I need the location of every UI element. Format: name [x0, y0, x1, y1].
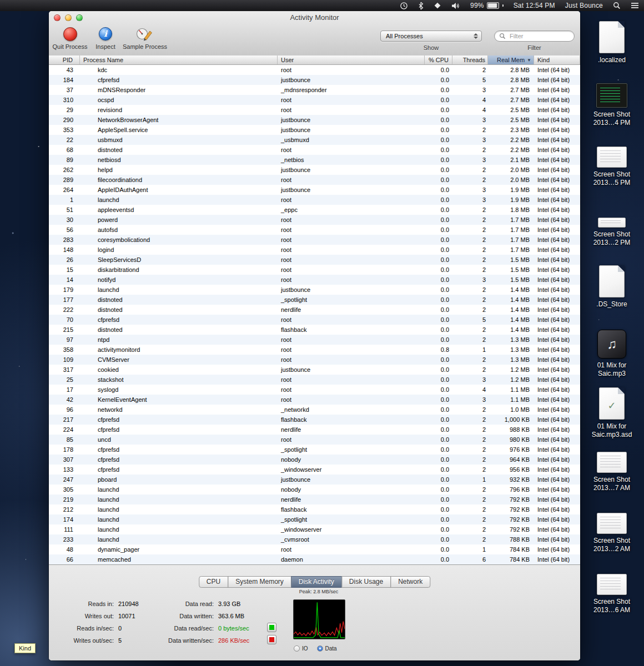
table-row[interactable]: 56autofsdroot0.021.7 MBIntel (64 bit) [49, 225, 580, 235]
table-row[interactable]: 25stackshotroot0.031.2 MBIntel (64 bit) [49, 375, 580, 385]
table-row[interactable]: 179launchdjustbounce0.021.4 MBIntel (64 … [49, 285, 580, 295]
volume-icon[interactable] [451, 2, 460, 9]
table-row[interactable]: 219launchdnerdlife0.02792 KBIntel (64 bi… [49, 495, 580, 504]
inspect-button[interactable]: i Inspect [92, 26, 119, 50]
table-row[interactable]: 89netbiosd_netbios0.032.1 MBIntel (64 bi… [49, 155, 580, 165]
table-row[interactable]: 262helpdjustbounce0.022.0 MBIntel (64 bi… [49, 165, 580, 175]
table-row[interactable]: 51appleeventsd_eppc0.021.8 MBIntel (64 b… [49, 205, 580, 215]
table-row[interactable]: 177distnoted_spotlight0.021.4 MBIntel (6… [49, 295, 580, 305]
quit-process-button[interactable]: Quit Process [52, 26, 88, 50]
cell-real-mem: 932 KB [488, 475, 534, 485]
column-header-pid[interactable]: PID [49, 56, 80, 64]
cell-kind: Intel (64 bit) [534, 205, 580, 215]
battery-menu[interactable]: 99% [470, 2, 504, 9]
desktop-icon-mix-for-saic-mp3[interactable]: 01 Mix forSaic.mp3 [587, 330, 637, 378]
table-row[interactable]: 305launchdnobody0.02796 KBIntel (64 bit) [49, 485, 580, 495]
column-header-kind[interactable]: Kind [534, 56, 580, 64]
sample-process-button[interactable]: Sample Process [121, 26, 169, 50]
table-row[interactable]: 133cfprefsd_windowserver0.02956 KBIntel … [49, 465, 580, 475]
radio-data[interactable]: Data [317, 645, 337, 652]
table-row[interactable]: 26SleepServicesDroot0.021.5 MBIntel (64 … [49, 255, 580, 265]
table-row[interactable]: 109CVMServerroot0.021.3 MBIntel (64 bit) [49, 355, 580, 365]
tab-network[interactable]: Network [390, 576, 430, 588]
close-button[interactable] [54, 14, 61, 21]
table-row[interactable]: 184cfprefsdjustbounce0.052.8 MBIntel (64… [49, 75, 580, 85]
table-row[interactable]: 1launchdroot0.031.9 MBIntel (64 bit) [49, 195, 580, 205]
column-header-real-mem[interactable]: Real Mem▼ [488, 56, 534, 64]
table-row[interactable]: 224cfprefsdnerdlife0.02988 KBIntel (64 b… [49, 425, 580, 435]
table-row[interactable]: 289filecoordinationdroot0.022.0 MBIntel … [49, 175, 580, 185]
desktop-icon-ds-store[interactable]: .DS_Store [587, 265, 637, 309]
table-row[interactable]: 215distnotedflashback0.021.4 MBIntel (64… [49, 325, 580, 335]
table-row[interactable]: 85uncdroot0.02980 KBIntel (64 bit) [49, 435, 580, 445]
desktop-icon-screenshot-4pm[interactable]: Screen Shot2013…4 PM [587, 83, 637, 127]
read-color-swatch-button[interactable] [267, 623, 276, 632]
bluetooth-icon[interactable] [418, 2, 424, 10]
table-row[interactable]: 111launchd_windowserver0.02792 KBIntel (… [49, 524, 580, 534]
table-row[interactable]: 43kdcroot0.022.8 MBIntel (64 bit) [49, 65, 580, 75]
table-row[interactable]: 48dynamic_pagerroot0.01784 KBIntel (64 b… [49, 544, 580, 554]
cell-pid: 289 [49, 175, 80, 185]
table-row[interactable]: 247pboardjustbounce0.01932 KBIntel (64 b… [49, 475, 580, 485]
table-row[interactable]: 22usbmuxd_usbmuxd0.032.2 MBIntel (64 bit… [49, 135, 580, 145]
table-row[interactable]: 14notifydroot0.031.5 MBIntel (64 bit) [49, 275, 580, 285]
tab-disk-usage[interactable]: Disk Usage [341, 576, 391, 588]
tab-disk-activity[interactable]: Disk Activity [291, 576, 342, 588]
desktop-icon-screenshot-6am[interactable]: Screen Shot2013…6 AM [587, 574, 637, 614]
zoom-button[interactable] [76, 14, 83, 21]
tab-cpu[interactable]: CPU [199, 576, 228, 588]
user-menu[interactable]: Just Bounce [565, 2, 603, 9]
show-popup-button[interactable]: All Processes [380, 31, 482, 42]
table-row[interactable]: 317cookiedjustbounce0.021.2 MBIntel (64 … [49, 365, 580, 375]
table-row[interactable]: 17syslogdroot0.041.1 MBIntel (64 bit) [49, 385, 580, 395]
table-row[interactable]: 233launchd_cvmsroot0.02788 KBIntel (64 b… [49, 534, 580, 544]
table-row[interactable]: 29revisiondroot0.042.5 MBIntel (64 bit) [49, 105, 580, 115]
table-row[interactable]: 222distnotednerdlife0.021.4 MBIntel (64 … [49, 305, 580, 315]
spotlight-icon[interactable] [613, 2, 621, 9]
radio-io[interactable]: IO [294, 645, 308, 652]
column-header-threads[interactable]: Threads [452, 56, 488, 64]
table-row[interactable]: 217cfprefsdflashback0.021,000 KBIntel (6… [49, 415, 580, 425]
table-row[interactable]: 148logindroot0.021.7 MBIntel (64 bit) [49, 245, 580, 255]
table-row[interactable]: 97ntpdroot0.021.3 MBIntel (64 bit) [49, 335, 580, 345]
table-row[interactable]: 212launchdflashback0.02792 KBIntel (64 b… [49, 504, 580, 514]
table-row[interactable]: 70cfprefsdroot0.051.4 MBIntel (64 bit) [49, 315, 580, 325]
airplay-icon[interactable] [434, 2, 441, 9]
table-row[interactable]: 15diskarbitrationdroot0.021.5 MBIntel (6… [49, 265, 580, 275]
column-header-user[interactable]: User [278, 56, 425, 64]
table-row[interactable]: 66memcacheddaemon0.06784 KBIntel (64 bit… [49, 554, 580, 564]
table-row[interactable]: 174launchd_spotlight0.02792 KBIntel (64 … [49, 514, 580, 524]
desktop-icon-screenshot-2pm[interactable]: Screen Shot2013…2 PM [587, 218, 637, 247]
table-row[interactable]: 96networkd_networkd0.021.0 MBIntel (64 b… [49, 405, 580, 415]
table-row[interactable]: 353AppleSpell.servicejustbounce0.022.3 M… [49, 125, 580, 135]
column-header-process-name[interactable]: Process Name [80, 56, 278, 64]
icon-label: 2013…6 AM [593, 606, 630, 614]
table-row[interactable]: 358activitymonitordroot0.811.3 MBIntel (… [49, 345, 580, 355]
table-row[interactable]: 178cfprefsd_spotlight0.02976 KBIntel (64… [49, 445, 580, 455]
table-row[interactable]: 37mDNSResponder_mdnsresponder0.032.7 MBI… [49, 85, 580, 95]
notification-center-icon[interactable] [631, 2, 639, 9]
desktop-icon-screenshot-7am[interactable]: Screen Shot2013…7 AM [587, 452, 637, 492]
column-header-cpu[interactable]: % CPU [425, 56, 452, 64]
table-row[interactable]: 30powerdroot0.021.7 MBIntel (64 bit) [49, 215, 580, 225]
filter-field[interactable] [494, 31, 575, 42]
table-row[interactable]: 307cfprefsdnobody0.02964 KBIntel (64 bit… [49, 455, 580, 465]
table-row[interactable]: 283coresymbolicationdroot0.021.7 MBIntel… [49, 235, 580, 245]
table-row[interactable]: 264AppleIDAuthAgentjustbounce0.031.9 MBI… [49, 185, 580, 195]
filter-input[interactable] [509, 32, 569, 40]
table-row[interactable]: 68distnotedroot0.022.2 MBIntel (64 bit) [49, 145, 580, 155]
tab-system-memory[interactable]: System Memory [228, 576, 291, 588]
table-row[interactable]: 42KernelEventAgentroot0.031.1 MBIntel (6… [49, 395, 580, 405]
title-bar[interactable]: Activity Monitor [49, 11, 580, 24]
table-row[interactable]: 290NetworkBrowserAgentjustbounce0.032.5 … [49, 115, 580, 125]
minimize-button[interactable] [65, 14, 72, 21]
table-row[interactable]: 310ocspdroot0.042.7 MBIntel (64 bit) [49, 95, 580, 105]
desktop-icon-localized[interactable]: .localized [587, 21, 637, 64]
desktop-icon-screenshot-2am[interactable]: Screen Shot2013…2 AM [587, 513, 637, 553]
cell-process-name: cfprefsd [80, 425, 278, 435]
menu-clock[interactable]: Sat 12:54 PM [514, 2, 555, 9]
desktop-icon-screenshot-5pm[interactable]: Screen Shot2013…5 PM [587, 147, 637, 187]
desktop-icon-mix-for-saic-mp3-asd[interactable]: ✓01 Mix forSaic.mp3.asd [587, 387, 637, 439]
time-machine-icon[interactable] [400, 2, 408, 10]
write-color-swatch-button[interactable] [267, 635, 276, 644]
